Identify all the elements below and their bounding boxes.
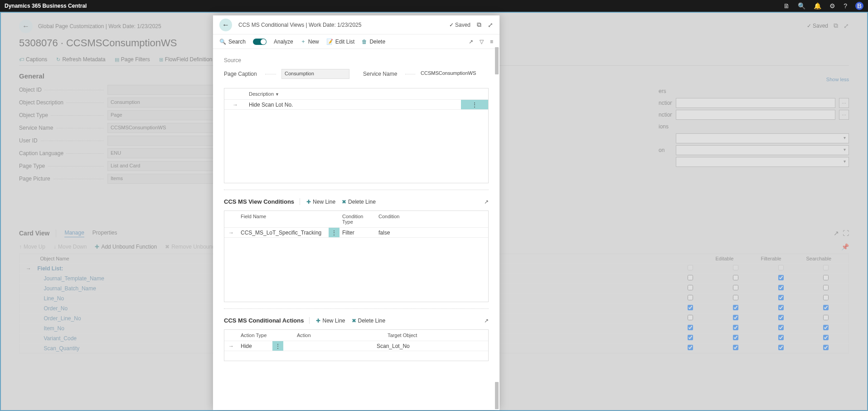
checkbox[interactable] bbox=[733, 305, 738, 310]
filter-action-icon[interactable]: ▽ bbox=[480, 39, 484, 45]
cond-field-value[interactable]: CCS_MS_LoT_Specific_Tracking bbox=[238, 229, 329, 237]
captions-action[interactable]: 🏷Captions bbox=[19, 56, 47, 63]
collapse-icon[interactable]: ⤢ bbox=[844, 22, 849, 29]
ca-new-line-action[interactable]: ✚New Line bbox=[316, 318, 345, 324]
checkbox[interactable] bbox=[688, 325, 693, 330]
action-type-value[interactable]: Hide bbox=[238, 342, 272, 350]
scrollbar-thumb-top[interactable] bbox=[495, 47, 499, 74]
desc-empty-row[interactable] bbox=[224, 109, 488, 119]
checkbox[interactable] bbox=[823, 335, 829, 340]
help-icon[interactable]: ? bbox=[844, 2, 847, 10]
checkbox[interactable] bbox=[778, 335, 784, 340]
delete-action[interactable]: 🗑Delete bbox=[362, 39, 385, 45]
new-line-action[interactable]: ✚New Line bbox=[306, 199, 335, 205]
gear-icon[interactable]: ⚙ bbox=[829, 2, 835, 10]
row-menu-button[interactable]: ⋮ bbox=[461, 100, 488, 109]
list-action-icon[interactable]: ≡ bbox=[490, 39, 493, 45]
checkbox[interactable] bbox=[688, 285, 693, 290]
checkbox[interactable] bbox=[733, 315, 738, 320]
checkbox[interactable] bbox=[823, 345, 829, 350]
desc-row[interactable]: → Hide Scan Lot No. ⋮ bbox=[224, 99, 488, 109]
checkbox[interactable] bbox=[778, 345, 784, 350]
expand-icon[interactable]: ⛶ bbox=[843, 230, 849, 237]
cond-type-value[interactable]: Filter bbox=[339, 229, 376, 237]
rs-select-1[interactable] bbox=[676, 133, 849, 143]
action-menu-button[interactable]: ⋮ bbox=[272, 341, 283, 351]
search-action[interactable]: 🔍Search bbox=[219, 39, 246, 45]
cond-value[interactable]: false bbox=[376, 229, 488, 237]
share-action-icon[interactable]: ↗ bbox=[469, 39, 473, 45]
action-value[interactable] bbox=[283, 345, 374, 347]
page-caption-value[interactable]: Consumption bbox=[281, 69, 349, 79]
checkbox[interactable] bbox=[823, 295, 829, 300]
checkbox[interactable] bbox=[823, 315, 829, 320]
action-row[interactable]: → Hide ⋮ Scan_Lot_No bbox=[224, 341, 488, 351]
act-empty-row[interactable] bbox=[224, 351, 488, 361]
checkbox[interactable] bbox=[688, 345, 693, 350]
checkbox[interactable] bbox=[733, 325, 738, 330]
search-icon[interactable]: 🔍 bbox=[798, 2, 805, 10]
tab-properties[interactable]: Properties bbox=[92, 230, 117, 237]
flowfield-action[interactable]: ⊞FlowField Definition bbox=[159, 56, 213, 63]
checkbox[interactable] bbox=[733, 285, 738, 290]
checkbox[interactable] bbox=[688, 305, 693, 310]
doc-icon[interactable]: 🗎 bbox=[783, 2, 790, 10]
desc-row-value[interactable]: Hide Scan Lot No. bbox=[246, 101, 461, 109]
cond-menu-button[interactable]: ⋮ bbox=[329, 228, 339, 237]
rs-select-2[interactable] bbox=[676, 145, 849, 155]
filter-icon[interactable]: ▼ bbox=[275, 92, 279, 97]
checkbox[interactable] bbox=[733, 295, 738, 300]
ca-delete-line-action[interactable]: ✖Delete Line bbox=[352, 318, 386, 324]
share-icon[interactable]: ↗ bbox=[834, 230, 839, 237]
tab-manage[interactable]: Manage bbox=[64, 230, 84, 237]
analyze-toggle[interactable] bbox=[253, 39, 267, 45]
checkbox[interactable] bbox=[733, 345, 738, 350]
checkbox[interactable] bbox=[733, 335, 738, 340]
user-avatar[interactable]: B bbox=[855, 2, 863, 10]
modal-expand-icon[interactable]: ⤢ bbox=[488, 21, 493, 29]
cond-empty-row[interactable] bbox=[224, 237, 488, 247]
checkbox[interactable] bbox=[688, 275, 693, 280]
pin-icon[interactable]: 📌 bbox=[841, 243, 849, 250]
checkbox[interactable] bbox=[823, 325, 829, 330]
refresh-action[interactable]: ↻Refresh Metadata bbox=[56, 56, 105, 63]
checkbox[interactable] bbox=[823, 265, 829, 270]
rs-btn-1[interactable]: ⋯ bbox=[839, 98, 849, 108]
checkbox[interactable] bbox=[778, 295, 784, 300]
show-less-link[interactable]: Show less bbox=[826, 77, 849, 82]
vc-share-icon[interactable]: ↗ bbox=[484, 199, 489, 205]
checkbox[interactable] bbox=[733, 275, 738, 280]
checkbox[interactable] bbox=[823, 305, 829, 310]
condition-row[interactable]: → CCS_MS_LoT_Specific_Tracking ⋮ Filter … bbox=[224, 227, 488, 237]
rs-input-1[interactable] bbox=[676, 98, 835, 108]
checkbox[interactable] bbox=[688, 265, 693, 270]
move-up-action[interactable]: ↑Move Up bbox=[19, 244, 45, 250]
rs-select-3[interactable] bbox=[676, 157, 849, 167]
checkbox[interactable] bbox=[688, 315, 693, 320]
scrollbar-thumb-bottom[interactable] bbox=[495, 382, 499, 409]
page-filters-action[interactable]: ▤Page Filters bbox=[115, 56, 150, 63]
checkbox[interactable] bbox=[778, 285, 784, 290]
ca-share-icon[interactable]: ↗ bbox=[484, 318, 489, 324]
modal-back-button[interactable]: ← bbox=[219, 19, 232, 31]
checkbox[interactable] bbox=[823, 285, 829, 290]
checkbox[interactable] bbox=[823, 275, 829, 280]
add-unbound-action[interactable]: ✚Add Unbound Function bbox=[95, 244, 157, 250]
checkbox[interactable] bbox=[778, 305, 784, 310]
modal-scrollbar[interactable] bbox=[494, 46, 499, 410]
checkbox[interactable] bbox=[778, 325, 784, 330]
new-action[interactable]: ＋New bbox=[301, 38, 319, 45]
edit-list-action[interactable]: 📝Edit List bbox=[326, 39, 355, 45]
popout-icon[interactable]: ⧉ bbox=[834, 22, 838, 29]
checkbox[interactable] bbox=[688, 295, 693, 300]
checkbox[interactable] bbox=[778, 265, 784, 270]
bg-back-button[interactable]: ← bbox=[19, 20, 33, 33]
checkbox[interactable] bbox=[778, 275, 784, 280]
checkbox[interactable] bbox=[688, 335, 693, 340]
modal-popout-icon[interactable]: ⧉ bbox=[477, 21, 481, 29]
target-value[interactable]: Scan_Lot_No bbox=[374, 342, 488, 350]
checkbox[interactable] bbox=[778, 315, 784, 320]
checkbox[interactable] bbox=[733, 265, 738, 270]
bell-icon[interactable]: 🔔 bbox=[814, 2, 821, 10]
move-down-action[interactable]: ↓Move Down bbox=[53, 244, 87, 250]
